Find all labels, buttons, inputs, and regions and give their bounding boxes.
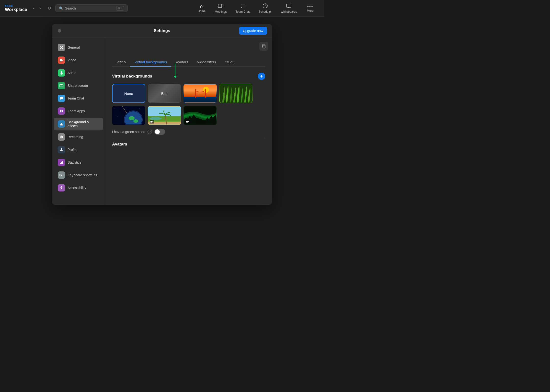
nav-label-meetings: Meetings — [215, 10, 227, 13]
sidebar-item-zoom-apps[interactable]: Zoom Apps — [54, 105, 103, 117]
topbar: zoom Workplace ‹ › ↺ 🔍 Search ⌘F ⌂ Home … — [0, 0, 324, 17]
svg-rect-26 — [184, 97, 217, 103]
svg-point-9 — [60, 111, 61, 112]
copy-button[interactable] — [259, 42, 268, 51]
virtual-backgrounds-section-header: Virtual backgrounds + — [112, 73, 265, 80]
svg-point-37 — [143, 113, 143, 114]
background-thumbnails-row2 — [112, 106, 265, 125]
sidebar-label-accessibility: Accessibility — [68, 186, 86, 190]
nav-back-button[interactable]: ‹ — [31, 5, 36, 12]
keyboard-icon — [58, 171, 65, 179]
bg-thumb-aurora[interactable] — [183, 106, 217, 125]
sidebar-item-video[interactable]: Video — [54, 54, 103, 66]
scheduler-icon — [263, 3, 268, 10]
svg-rect-47 — [150, 121, 152, 123]
bg-thumb-space[interactable] — [112, 106, 145, 125]
svg-point-41 — [133, 119, 138, 123]
history-button[interactable]: ↺ — [46, 5, 53, 12]
svg-rect-22 — [61, 175, 62, 176]
background-effects-icon — [58, 120, 65, 128]
svg-point-10 — [62, 111, 63, 112]
sidebar-item-background-effects[interactable]: Background & effects — [54, 118, 103, 130]
aurora-cam-icon — [185, 120, 190, 123]
search-shortcut-badge: ⌘F — [116, 6, 124, 11]
sidebar-label-recording: Recording — [68, 135, 83, 139]
nav-item-more[interactable]: ••• More — [301, 2, 319, 14]
home-icon: ⌂ — [200, 4, 203, 9]
add-background-button[interactable]: + — [258, 73, 265, 80]
nav-item-whiteboards[interactable]: Whiteboards — [276, 1, 301, 15]
svg-point-13 — [61, 136, 62, 138]
nav-arrows: ‹ › — [31, 5, 43, 12]
svg-point-8 — [62, 110, 63, 111]
settings-body: General Video — [52, 38, 272, 204]
content-tabs: Video Virtual backgrounds Avatars Video … — [112, 57, 265, 67]
sidebar-label-audio: Audio — [68, 71, 76, 75]
settings-header: Settings Upgrade now — [52, 24, 272, 38]
bg-thumb-blur-label: Blur — [148, 84, 181, 102]
svg-rect-2 — [286, 4, 291, 7]
sidebar-item-recording[interactable]: Recording — [54, 131, 103, 143]
tab-studio[interactable]: Studi› — [220, 57, 239, 67]
tab-virtual-backgrounds[interactable]: Virtual backgrounds — [130, 57, 171, 67]
share-screen-icon — [58, 82, 65, 89]
virtual-backgrounds-title: Virtual backgrounds — [112, 74, 152, 79]
svg-point-27 — [203, 87, 209, 93]
bg-thumb-golden-gate[interactable] — [183, 84, 217, 103]
svg-point-23 — [61, 186, 62, 187]
sidebar-item-statistics[interactable]: Statistics — [54, 156, 103, 168]
search-icon: 🔍 — [59, 6, 63, 10]
svg-rect-18 — [60, 174, 63, 176]
settings-content: Video Virtual backgrounds Avatars Video … — [105, 38, 272, 204]
bg-thumb-blur[interactable]: Blur — [148, 84, 181, 103]
sidebar-item-accessibility[interactable]: Accessibility — [54, 182, 103, 194]
green-screen-toggle[interactable] — [154, 129, 165, 135]
sidebar-item-audio[interactable]: Audio — [54, 67, 103, 79]
green-screen-help-icon[interactable]: ? — [148, 130, 152, 134]
nav-label-home: Home — [198, 10, 206, 13]
avatars-section-peek: Avatars — [112, 139, 265, 147]
bg-thumb-none[interactable]: None — [112, 84, 145, 103]
svg-point-33 — [120, 110, 120, 110]
sidebar-item-general[interactable]: General — [54, 41, 103, 54]
settings-sidebar: General Video — [52, 38, 105, 204]
settings-title: Settings — [154, 28, 170, 33]
background-thumbnails-row1: None Blur — [112, 84, 265, 103]
profile-icon — [58, 146, 65, 153]
more-icon: ••• — [307, 4, 313, 9]
svg-rect-15 — [60, 163, 61, 164]
sidebar-item-keyboard-shortcuts[interactable]: Keyboard shortcuts — [54, 169, 103, 181]
tab-avatars[interactable]: Avatars — [171, 57, 193, 67]
svg-rect-5 — [60, 59, 62, 61]
bg-thumb-nature[interactable] — [219, 84, 252, 103]
upgrade-now-button[interactable]: Upgrade now — [239, 27, 267, 35]
nav-item-home[interactable]: ⌂ Home — [193, 2, 210, 15]
green-screen-label: I have a green screen — [112, 130, 145, 134]
whiteboards-icon — [286, 3, 291, 10]
nav-item-meetings[interactable]: Meetings — [210, 1, 231, 15]
bg-thumb-beach[interactable] — [148, 106, 181, 125]
nav-forward-button[interactable]: › — [37, 5, 43, 12]
nav-item-team-chat[interactable]: Team Chat — [231, 1, 254, 15]
recording-icon — [58, 133, 65, 141]
tab-video[interactable]: Video — [112, 57, 130, 67]
search-bar[interactable]: 🔍 Search ⌘F — [55, 4, 128, 12]
tab-video-filters[interactable]: Video filters — [193, 57, 220, 67]
sidebar-label-profile: Profile — [68, 148, 77, 152]
svg-rect-19 — [60, 175, 61, 175]
svg-point-38 — [117, 116, 117, 116]
nav-item-scheduler[interactable]: Scheduler — [254, 1, 276, 15]
green-screen-row: I have a green screen ? — [112, 129, 265, 135]
settings-window: Settings Upgrade now General — [52, 24, 272, 205]
traffic-light — [58, 29, 61, 33]
sidebar-item-profile[interactable]: Profile — [54, 144, 103, 156]
sidebar-item-share-screen[interactable]: Share screen — [54, 79, 103, 92]
accessibility-icon — [58, 184, 65, 191]
svg-rect-0 — [218, 4, 222, 8]
sidebar-item-team-chat[interactable]: Team Chat — [54, 92, 103, 104]
svg-rect-20 — [61, 175, 62, 175]
team-chat-icon — [240, 3, 245, 10]
svg-rect-49 — [186, 121, 188, 123]
zoom-apps-icon — [58, 107, 65, 115]
svg-point-7 — [60, 110, 61, 111]
